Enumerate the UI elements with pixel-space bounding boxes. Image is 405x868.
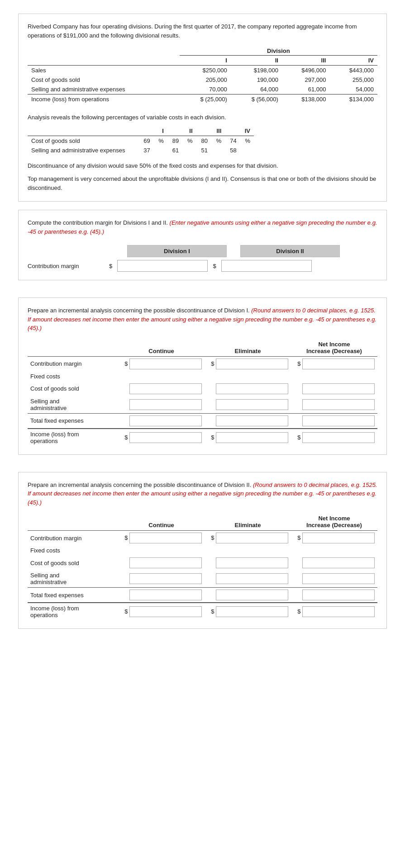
- inc2-income-net-input[interactable]: [302, 606, 375, 617]
- inc1-cm-continue-input[interactable]: [129, 359, 202, 369]
- inc1-cogs-eliminate-input[interactable]: [216, 383, 288, 394]
- table-row: Fixed costs: [28, 371, 377, 382]
- table-row: Income (loss) fromoperations $ $ $: [28, 603, 377, 620]
- inc1-sga-net-cell: [291, 396, 377, 414]
- inc2-fixed-continue: [118, 545, 205, 556]
- inc1-income-continue-cell: $: [118, 429, 205, 446]
- div2-incremental-section: Prepare an incremental analysis concerni…: [18, 472, 387, 629]
- cm-inputs-area: Division I Division II Contribution marg…: [28, 245, 377, 272]
- question2-text: Prepare an incremental analysis concerni…: [28, 306, 377, 333]
- inc1-cogs-continue-input[interactable]: [129, 383, 202, 394]
- inc1-cogs-net-input[interactable]: [302, 383, 375, 394]
- table-row: Selling andadministrative: [28, 570, 377, 588]
- inc1-total-net-input[interactable]: [302, 415, 375, 426]
- inc2-sga-continue-input[interactable]: [129, 573, 202, 584]
- inc2-cm-net-input[interactable]: [302, 533, 375, 543]
- inc2-cm-continue-input[interactable]: [129, 533, 202, 543]
- table-row: Sales $250,000 $198,000 $496,000 $443,00…: [28, 66, 377, 75]
- col-iv: IV: [329, 56, 377, 66]
- inc1-cm-eliminate-cell: $: [205, 356, 291, 371]
- inc2-cogs-continue-cell: [118, 556, 205, 570]
- inc2-total-continue-cell: [118, 588, 205, 603]
- pct-cogs-iii-sym: %: [211, 136, 225, 146]
- dollar-sign: $: [211, 360, 214, 367]
- inc2-sga-net-input[interactable]: [302, 573, 375, 584]
- inc1-total-continue-cell: [118, 413, 205, 429]
- division-results-table: Division I II III IV Sales $250,000 $198…: [28, 46, 377, 104]
- inc1-income-continue-input[interactable]: [129, 432, 202, 443]
- inc2-cogs-continue-input[interactable]: [129, 557, 202, 568]
- table-row: Total fixed expenses: [28, 413, 377, 429]
- inc1-cm-continue-cell: $: [118, 356, 205, 371]
- cm-dollar2: $: [208, 263, 221, 269]
- inc2-income-eliminate-input[interactable]: [216, 606, 288, 617]
- inc2-income-continue-input[interactable]: [129, 606, 202, 617]
- inc1-cogs-continue-cell: [118, 382, 205, 396]
- inc2-sga-eliminate-input[interactable]: [216, 573, 288, 584]
- table-row: Selling and administrative expenses 37 6…: [28, 146, 254, 155]
- inc1-cogs-eliminate-cell: [205, 382, 291, 396]
- dollar-sign: $: [211, 534, 214, 541]
- note1: Discontinuance of any division would sav…: [28, 161, 377, 171]
- cm-div2-input[interactable]: [221, 260, 312, 272]
- inc1-total-eliminate-input[interactable]: [216, 415, 288, 426]
- division-header: Division: [180, 46, 377, 56]
- inc1-income-net-input[interactable]: [302, 432, 375, 443]
- contribution-margin-section: Compute the contribution margin for Divi…: [18, 210, 387, 280]
- inc2-col-continue: Continue: [118, 513, 205, 531]
- inc2-cogs-eliminate-input[interactable]: [216, 557, 288, 568]
- inc1-sga-label: Selling andadministrative: [28, 396, 118, 414]
- inc2-total-eliminate-input[interactable]: [216, 590, 288, 600]
- table-row: Cost of goods sold 69 % 89 % 80 % 74 %: [28, 136, 254, 146]
- cell-income-iii: $138,000: [282, 94, 330, 104]
- inc2-fixed-label: Fixed costs: [28, 545, 118, 556]
- inc1-sga-continue-input[interactable]: [129, 399, 202, 410]
- dollar-sign: $: [297, 360, 300, 367]
- inc2-cogs-net-cell: [291, 556, 377, 570]
- analysis-intro: Analysis reveals the following percentag…: [28, 113, 377, 123]
- inc1-income-eliminate-input[interactable]: [216, 432, 288, 443]
- pct-cogs-ii-val: 89: [167, 136, 182, 146]
- inc2-total-net-cell: [291, 588, 377, 603]
- inc2-total-continue-input[interactable]: [129, 590, 202, 600]
- inc2-fixed-eliminate: [205, 545, 291, 556]
- inc1-total-continue-input[interactable]: [129, 415, 202, 426]
- inc2-cogs-eliminate-cell: [205, 556, 291, 570]
- inc2-col-eliminate: Eliminate: [205, 513, 291, 531]
- question2-instruction: (Round answers to 0 decimal places, e.g.…: [28, 307, 376, 331]
- inc2-income-net-cell: $: [291, 603, 377, 620]
- inc2-cm-eliminate-input[interactable]: [216, 533, 288, 543]
- inc1-sga-eliminate-input[interactable]: [216, 399, 288, 410]
- inc1-fixed-net: [291, 371, 377, 382]
- inc1-cm-eliminate-input[interactable]: [216, 359, 288, 369]
- table-row: Cost of goods sold 205,000 190,000 297,0…: [28, 75, 377, 85]
- cell-sales-ii: $198,000: [231, 66, 282, 75]
- pct-sga-i-val: 37: [138, 146, 153, 155]
- cell-sga-iii: 61,000: [282, 85, 330, 94]
- inc2-income-label: Income (loss) fromoperations: [28, 603, 118, 620]
- intro-paragraph: Riverbed Company has four operating divi…: [28, 22, 377, 40]
- spacer1: [18, 288, 387, 297]
- div1-header: Division I: [127, 245, 227, 257]
- pct-sga-iv-val: 58: [225, 146, 240, 155]
- cell-sales-iv: $443,000: [329, 66, 377, 75]
- cm-div1-input[interactable]: [117, 260, 208, 272]
- inc1-cm-net-input[interactable]: [302, 359, 375, 369]
- inc2-cogs-net-input[interactable]: [302, 557, 375, 568]
- page: Riverbed Company has four operating divi…: [0, 0, 405, 868]
- inc2-total-net-input[interactable]: [302, 590, 375, 600]
- inc1-total-net-cell: [291, 413, 377, 429]
- inc1-col-net: Net Income Increase (Decrease): [291, 339, 377, 357]
- inc1-sga-net-input[interactable]: [302, 399, 375, 410]
- inc1-income-label: Income (loss) fromoperations: [28, 429, 118, 446]
- dollar-sign: $: [211, 434, 214, 441]
- inc1-total-eliminate-cell: [205, 413, 291, 429]
- table-row: Contribution margin $ $ $: [28, 356, 377, 371]
- pct-sga-ii-sym: [182, 146, 196, 155]
- inc2-total-label: Total fixed expenses: [28, 588, 118, 603]
- inc1-col-eliminate: Eliminate: [205, 339, 291, 357]
- table-row: Income (loss) fromoperations $ $ $: [28, 429, 377, 446]
- pct-col-label: [28, 126, 138, 136]
- table-row: Selling andadministrative: [28, 396, 377, 414]
- problem-statement-section: Riverbed Company has four operating divi…: [18, 14, 387, 202]
